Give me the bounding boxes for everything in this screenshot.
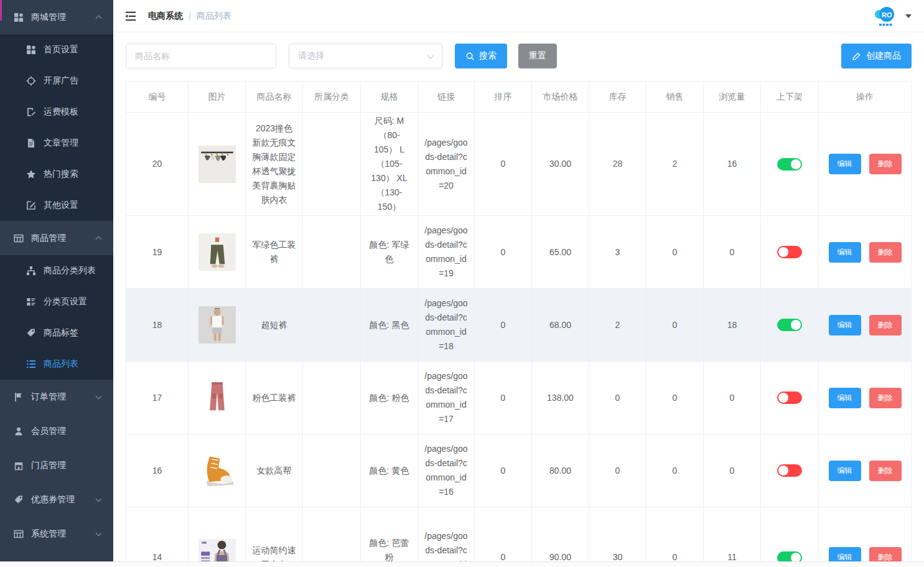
publish-toggle[interactable] — [777, 319, 802, 331]
menu-fold-icon[interactable] — [124, 10, 137, 22]
product-views: 16 — [727, 157, 737, 171]
table-row: 17粉色工装裤颜色: 粉色/pages/goods-detail?common_… — [126, 362, 911, 434]
category-select-placeholder: 请选择 — [298, 50, 324, 62]
product-link: /pages/goods-detail?common_id=16 — [424, 442, 468, 499]
product-link: /pages/goods-detail?common_id=19 — [424, 223, 468, 281]
tag-icon — [26, 328, 36, 338]
content-area: 请选择 搜索 重置 创建商品 — [113, 32, 924, 567]
delete-button[interactable]: 删除 — [869, 242, 902, 263]
product-market-price: 30.00 — [549, 157, 571, 171]
edit-button[interactable]: 编辑 — [829, 461, 861, 481]
column-header-id: 编号 — [126, 82, 189, 112]
sidebar-item-product-management[interactable]: 商品管理 — [0, 221, 113, 255]
table-row: 202023撞色新款无痕文胸薄款固定杯透气聚拢美背裹胸贴肤内衣尺码: M（80-… — [126, 113, 911, 216]
publish-toggle[interactable] — [777, 158, 802, 171]
product-id: 16 — [152, 464, 162, 478]
flag-icon — [14, 392, 24, 402]
sidebar-item-coupon-management[interactable]: 优惠券管理 — [0, 482, 113, 517]
publish-toggle[interactable] — [777, 464, 802, 477]
delete-button[interactable]: 删除 — [869, 315, 902, 335]
column-header-publish: 上下架 — [761, 82, 819, 112]
chevron-up-icon — [96, 16, 102, 22]
product-market-price: 65.00 — [549, 245, 571, 260]
delete-button[interactable]: 删除 — [869, 154, 902, 174]
reset-button[interactable]: 重置 — [518, 44, 557, 68]
column-header-stock: 库存 — [589, 82, 646, 112]
search-button[interactable]: 搜索 — [455, 44, 507, 68]
sidebar-item-other-settings[interactable]: 其他设置 — [0, 190, 113, 221]
main-area: 电商系统 / 商品列表 RO — [113, 0, 924, 567]
chevron-down-icon — [96, 495, 102, 502]
create-product-button[interactable]: 创建商品 — [841, 44, 912, 68]
sidebar-item-store-management[interactable]: 门店管理 — [0, 448, 113, 482]
product-spec: 颜色: 黑色 — [370, 318, 409, 332]
horizontal-scrollbar[interactable] — [0, 561, 924, 567]
list-icon — [26, 359, 36, 369]
sidebar-item-category-page-settings[interactable]: 分类页设置 — [0, 286, 113, 317]
table-body: 202023撞色新款无痕文胸薄款固定杯透气聚拢美背裹胸贴肤内衣尺码: M（80-… — [126, 113, 911, 567]
sidebar-item-system-management[interactable]: 系统管理 — [0, 517, 113, 551]
product-name: 军绿色工装裤 — [252, 238, 296, 266]
star-icon — [26, 169, 36, 179]
breadcrumb-current: 商品列表 — [197, 11, 231, 22]
sitemap-icon — [26, 266, 36, 276]
sidebar-item-home-settings[interactable]: 首页设置 — [0, 34, 113, 65]
product-sort: 0 — [501, 318, 506, 332]
edit-button[interactable]: 编辑 — [829, 315, 861, 335]
edit-button[interactable]: 编辑 — [829, 388, 861, 408]
sidebar-item-mall-management[interactable]: 商城管理 — [0, 0, 113, 34]
company-logo[interactable]: RO — [873, 6, 898, 27]
delete-button[interactable]: 删除 — [869, 461, 902, 481]
top-right-group: RO — [873, 6, 912, 27]
breadcrumb-root[interactable]: 电商系统 — [148, 11, 183, 22]
filter-toolbar: 请选择 搜索 重置 创建商品 — [126, 44, 912, 68]
sidebar-item-hot-search[interactable]: 热门搜索 — [0, 159, 113, 190]
pencil-icon — [852, 52, 861, 61]
product-market-price: 138.00 — [547, 391, 574, 405]
sidebar-item-order-management[interactable]: 订单管理 — [0, 380, 113, 414]
product-link: /pages/goods-detail?common_id=17 — [424, 369, 468, 426]
category-page-icon — [26, 297, 36, 307]
product-name-input[interactable] — [126, 44, 276, 68]
person-icon — [14, 426, 24, 436]
product-spec: 颜色: 黄色 — [370, 464, 409, 478]
delete-button[interactable]: 删除 — [869, 388, 902, 408]
sidebar-item-shipping-templates[interactable]: 运费模板 — [0, 96, 113, 128]
search-icon — [465, 52, 475, 61]
product-spec: 尺码: M（80-105） L（105-130） XL（130-150） — [367, 114, 411, 214]
product-link: /pages/goods-detail?common_id=18 — [424, 296, 468, 354]
product-market-price: 80.00 — [549, 464, 571, 478]
column-header-market-price: 市场价格 — [532, 82, 589, 112]
pink-cargo-pants-thumb — [198, 379, 236, 416]
product-sort: 0 — [501, 157, 506, 171]
publish-toggle[interactable] — [777, 391, 802, 404]
sidebar-item-splash-ads[interactable]: 开屏广告 — [0, 65, 113, 96]
sidebar-item-category-list[interactable]: 商品分类列表 — [0, 255, 113, 286]
product-spec: 颜色: 军绿色 — [367, 238, 411, 266]
edit-button[interactable]: 编辑 — [829, 154, 861, 174]
user-menu-chevron-down-icon[interactable] — [905, 14, 912, 18]
sidebar-item-product-tags[interactable]: 商品标签 — [0, 317, 113, 349]
product-market-price: 68.00 — [549, 318, 571, 332]
column-header-sales: 销售 — [646, 82, 704, 112]
sidebar-item-member-management[interactable]: 会员管理 — [0, 414, 113, 448]
category-select[interactable]: 请选择 — [289, 44, 442, 68]
column-header-actions: 操作 — [819, 82, 911, 112]
chevron-down-icon — [427, 52, 434, 59]
green-cargo-pants-thumb — [198, 233, 236, 271]
product-name: 粉色工装裤 — [253, 391, 296, 405]
product-name: 超短裤 — [261, 318, 287, 332]
chevron-down-icon — [96, 530, 102, 536]
table-row: 19军绿色工装裤颜色: 军绿色/pages/goods-detail?commo… — [126, 216, 911, 289]
product-sort: 0 — [501, 245, 506, 260]
edit-button[interactable]: 编辑 — [829, 242, 861, 263]
column-header-category: 所属分类 — [303, 82, 361, 112]
product-views: 18 — [727, 318, 737, 332]
product-spec: 颜色: 粉色 — [370, 391, 409, 405]
column-header-link: 链接 — [418, 82, 475, 112]
sidebar-item-article-management[interactable]: 文章管理 — [0, 128, 113, 159]
column-header-sort: 排序 — [475, 82, 532, 112]
sidebar-item-product-list[interactable]: 商品列表 — [0, 349, 113, 380]
chevron-down-icon — [96, 393, 102, 399]
publish-toggle[interactable] — [777, 246, 802, 258]
